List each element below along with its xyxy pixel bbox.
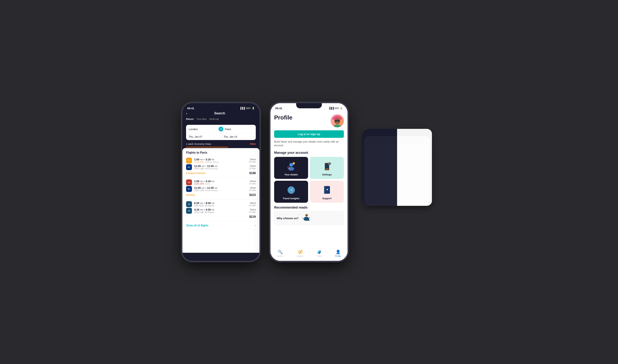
flights-title: Flights to Paris [182, 148, 260, 156]
svg-rect-22 [330, 163, 331, 164]
af-logo-text-2: AF [188, 210, 190, 212]
search-nav-label: Search [277, 255, 284, 257]
profile-desc: Book faster and manage your details more… [274, 140, 344, 147]
flight-group-2[interactable]: IB 1:00 PM – 3:10 PM LGW–ORY, Iberia Dir… [182, 178, 260, 199]
vueling-logo-text: Y [189, 160, 190, 161]
origin-value: London [189, 128, 217, 131]
profile-title: Profile [274, 114, 292, 121]
details-icon [286, 161, 297, 172]
svg-point-9 [289, 163, 293, 167]
svg-marker-12 [293, 164, 294, 165]
profile-header-row: Profile [274, 114, 344, 127]
svg-point-33 [305, 214, 308, 217]
origin-row[interactable]: London ⇄ Paris [186, 125, 256, 133]
flight-route-1b: CDG–LHR, British Airways [194, 168, 249, 170]
table-row: AF 6:25 AM – 8:45 AM LHR–CDG, Air France… [186, 201, 256, 207]
group-footer-1: Cheapest Shortest $188 [186, 171, 256, 176]
flight-group-1[interactable]: Y 1:00 PM – 3:10 PM LGW–ORY, Vueling Air… [182, 156, 260, 178]
flight-info-2b: Direct 1h 20m [249, 187, 256, 191]
flight-time-3a: 6:25 AM – 8:45 AM [194, 202, 249, 205]
flight-type-2a: Direct [249, 180, 256, 182]
nav-trips[interactable]: 🧳 Trips [317, 250, 322, 257]
table-row: AF 4:15 PM – 4:35 PM CDG–LHR, Air France… [186, 208, 256, 214]
tab-multi-city[interactable]: Multi-city [209, 118, 219, 120]
search-form: London ⇄ Paris Thu, Jan 07 Thu, Jan 14 [186, 125, 256, 140]
signal-icon-profile: ▐▐▐ WiFi 🔋 [329, 107, 343, 110]
svg-point-10 [288, 167, 294, 171]
flight-duration-2b: 1h 20m [249, 189, 256, 191]
flight-type-3a: Direct [249, 202, 256, 204]
svg-rect-21 [328, 163, 329, 164]
flight-duration-1b: 1h 20m [249, 167, 256, 169]
split-left [362, 129, 397, 206]
group-price-2: $223 [249, 193, 256, 197]
destination-value: Paris [225, 128, 253, 131]
group-footer-2: Shortest $223 [186, 193, 256, 197]
svg-line-2 [342, 116, 343, 117]
svg-rect-6 [338, 120, 340, 121]
flight-info-3b: Direct 1h 20m [249, 208, 256, 213]
flight-duration-3a: 1h 20m [249, 204, 256, 207]
manage-card-settings[interactable]: Settings [310, 157, 344, 179]
login-button[interactable]: Log in or sign up [274, 130, 344, 138]
date-to-cell[interactable]: Thu, Jan 14 [221, 133, 256, 140]
table-row: BA 11:25 AM – 11:45 AM CDG–LHR, British … [186, 164, 256, 170]
stack-card-1 [362, 129, 432, 206]
card-stack [358, 129, 436, 235]
svg-point-23 [325, 168, 329, 170]
show-all-text: Show all 10 flights [186, 224, 208, 227]
af-logo-3b: AF [186, 208, 192, 214]
flight-times-3b: 4:15 PM – 4:35 PM CDG–LHR, Air France [194, 208, 249, 213]
flight-times-1a: 1:00 PM – 3:10 PM LGW–ORY, Vueling Airli… [194, 158, 249, 163]
show-all-row[interactable]: Show all 10 flights › [182, 221, 260, 230]
recommended-title: Recommended reads [274, 206, 344, 209]
svg-line-37 [308, 214, 308, 214]
flight-info-1a: Direct 1h 10m [249, 158, 256, 163]
tab-one-way[interactable]: One Way [197, 118, 206, 120]
svg-line-34 [302, 218, 304, 219]
recommended-illustration [301, 214, 310, 223]
manage-card-insights[interactable]: ✈ Travel insights [274, 181, 308, 203]
filter-button[interactable]: Filter [250, 143, 256, 145]
phone-notch [208, 103, 234, 108]
nav-explore[interactable]: 🧭 Explore [297, 250, 303, 257]
flight-time-1b: 11:25 AM – 11:45 AM [194, 165, 249, 168]
flight-times-3a: 6:25 AM – 8:45 AM LHR–CDG, Air France [194, 202, 249, 207]
profile-screen: 09:41 ▐▐▐ WiFi 🔋 Profile [271, 103, 347, 261]
manage-card-support[interactable]: ✦ Support [310, 181, 344, 203]
svg-line-35 [309, 217, 310, 219]
date-from-cell[interactable]: Thu, Jan 07 [186, 133, 221, 140]
flight-time-2a: 1:00 PM – 3:10 PM [194, 180, 249, 183]
nav-profile[interactable]: 👤 Profile [335, 250, 341, 257]
manage-title: Manage your account [274, 151, 344, 155]
svg-point-8 [334, 124, 341, 127]
manage-card-details[interactable]: Your details [274, 157, 308, 179]
flight-group-3[interactable]: AF 6:25 AM – 8:45 AM LHR–CDG, Air France… [182, 199, 260, 221]
avatar [331, 114, 344, 127]
insights-icon: ✈ [286, 184, 297, 195]
svg-rect-20 [329, 164, 330, 165]
recommended-text: Why choose us? [277, 217, 299, 220]
swap-button[interactable]: ⇄ [219, 127, 223, 131]
split-screen [362, 129, 432, 206]
scene: 09:41 ▐▐▐ WiFi 🔋 ‹ Search Return One Way [0, 0, 618, 364]
recommended-card[interactable]: Why choose us? [274, 211, 344, 225]
af-logo-text: AF [188, 203, 190, 205]
profile-nav-icon: 👤 [336, 250, 341, 254]
status-time-profile: 09:41 [275, 107, 282, 110]
nav-search[interactable]: 🔍 Search [277, 250, 284, 257]
table-row: BA 11:25 AM – 11:45 AM CDG–LHR, British … [186, 186, 256, 192]
flight-type-3b: Direct [249, 208, 256, 211]
manage-grid: Your details [274, 157, 344, 203]
iberia-logo: IB [186, 180, 192, 185]
date-from-value: Thu, Jan 07 [189, 135, 202, 138]
group-label-1: Cheapest Shortest [186, 172, 206, 174]
flight-route-3a: LHR–CDG, Air France [194, 205, 249, 207]
settings-card-label: Settings [322, 173, 331, 176]
back-button[interactable]: ‹ [186, 111, 187, 116]
passengers-label: 1 adult, Economy Class [186, 143, 211, 145]
vueling-logo: Y [186, 158, 192, 164]
svg-point-18 [329, 163, 330, 164]
date-row: Thu, Jan 07 Thu, Jan 14 [186, 133, 256, 140]
tab-return[interactable]: Return [186, 118, 194, 120]
